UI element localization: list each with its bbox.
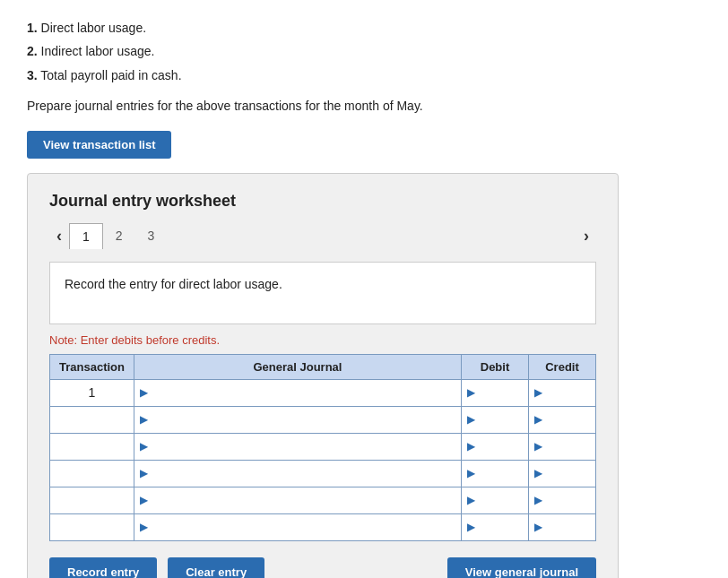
- general-journal-input[interactable]: [152, 521, 455, 534]
- general-journal-cell[interactable]: ▶: [134, 406, 461, 433]
- debit-cell[interactable]: ▶: [462, 379, 529, 406]
- credit-arrow-icon: ▶: [534, 467, 542, 479]
- debit-arrow-icon: ▶: [467, 440, 475, 453]
- col-header-transaction: Transaction: [50, 354, 134, 379]
- table-header-row: Transaction General Journal Debit Credit: [50, 354, 596, 379]
- table-row: ▶▶▶: [50, 487, 596, 513]
- table-row: ▶▶▶: [50, 513, 596, 540]
- credit-cell[interactable]: ▶: [529, 460, 596, 487]
- general-journal-input[interactable]: [152, 440, 455, 453]
- general-journal-cell[interactable]: ▶: [134, 433, 461, 460]
- credit-cell[interactable]: ▶: [529, 513, 596, 540]
- view-general-journal-button[interactable]: View general journal: [447, 557, 596, 578]
- debit-cell[interactable]: ▶: [462, 513, 529, 540]
- instruction-text: Record the entry for direct labor usage.: [65, 277, 282, 291]
- general-journal-input[interactable]: [152, 386, 455, 400]
- debit-input[interactable]: [479, 440, 523, 453]
- credit-arrow-icon: ▶: [534, 494, 542, 506]
- row-arrow-icon: ▶: [140, 494, 148, 506]
- general-journal-input[interactable]: [152, 467, 455, 480]
- instruction-box: Record the entry for direct labor usage.: [49, 262, 596, 324]
- transaction-cell: [50, 406, 134, 433]
- row-arrow-icon: ▶: [140, 467, 148, 479]
- credit-input[interactable]: [546, 521, 590, 534]
- note-text: Note: Enter debits before credits.: [49, 333, 596, 347]
- debit-cell[interactable]: ▶: [462, 406, 529, 433]
- table-row: 1▶▶▶: [50, 379, 596, 406]
- action-buttons-row: Record entry Clear entry View general jo…: [49, 557, 596, 578]
- credit-cell[interactable]: ▶: [529, 487, 596, 513]
- col-header-debit: Debit: [462, 354, 529, 379]
- intro-list: 1. Direct labor usage. 2. Indirect labor…: [27, 18, 701, 85]
- credit-cell[interactable]: ▶: [529, 406, 596, 433]
- debit-input[interactable]: [479, 494, 523, 507]
- transaction-cell: 1: [50, 379, 134, 406]
- credit-input[interactable]: [546, 440, 590, 453]
- intro-item-2: 2. Indirect labor usage.: [27, 41, 701, 61]
- credit-cell[interactable]: ▶: [529, 379, 596, 406]
- credit-input[interactable]: [546, 467, 590, 480]
- journal-table: Transaction General Journal Debit Credit…: [49, 354, 596, 541]
- general-journal-cell[interactable]: ▶: [134, 460, 461, 487]
- worksheet-title: Journal entry worksheet: [49, 192, 596, 211]
- row-arrow-icon: ▶: [140, 440, 148, 453]
- intro-section: 1. Direct labor usage. 2. Indirect labor…: [27, 18, 701, 116]
- col-header-general-journal: General Journal: [134, 354, 461, 379]
- credit-arrow-icon: ▶: [534, 521, 542, 533]
- tab-navigation: ‹ 1 2 3 ›: [49, 223, 596, 249]
- credit-arrow-icon: ▶: [534, 386, 542, 399]
- general-journal-input[interactable]: [152, 494, 455, 507]
- debit-arrow-icon: ▶: [467, 494, 475, 506]
- worksheet-container: Journal entry worksheet ‹ 1 2 3 › Record…: [27, 173, 619, 578]
- col-header-credit: Credit: [529, 354, 596, 379]
- debit-input[interactable]: [479, 467, 523, 480]
- prev-tab-button[interactable]: ‹: [49, 223, 69, 249]
- debit-input[interactable]: [479, 413, 523, 427]
- general-journal-cell[interactable]: ▶: [134, 513, 461, 540]
- credit-input[interactable]: [546, 386, 590, 400]
- table-row: ▶▶▶: [50, 406, 596, 433]
- row-arrow-icon: ▶: [140, 413, 148, 426]
- general-journal-input[interactable]: [152, 413, 455, 427]
- debit-arrow-icon: ▶: [467, 413, 475, 426]
- credit-input[interactable]: [546, 494, 590, 507]
- transaction-cell: [50, 513, 134, 540]
- row-arrow-icon: ▶: [140, 521, 148, 533]
- debit-cell[interactable]: ▶: [462, 487, 529, 513]
- tab-1[interactable]: 1: [69, 223, 103, 249]
- intro-item-3: 3. Total payroll paid in cash.: [27, 65, 701, 85]
- debit-input[interactable]: [479, 521, 523, 534]
- prepare-text: Prepare journal entries for the above tr…: [27, 96, 701, 116]
- next-tab-button[interactable]: ›: [576, 223, 596, 249]
- clear-entry-button[interactable]: Clear entry: [168, 557, 264, 578]
- credit-cell[interactable]: ▶: [529, 433, 596, 460]
- view-transactions-button[interactable]: View transaction list: [27, 131, 171, 159]
- transaction-cell: [50, 460, 134, 487]
- record-entry-button[interactable]: Record entry: [49, 557, 157, 578]
- debit-cell[interactable]: ▶: [462, 433, 529, 460]
- general-journal-cell[interactable]: ▶: [134, 487, 461, 513]
- table-row: ▶▶▶: [50, 433, 596, 460]
- tab-2[interactable]: 2: [103, 223, 135, 248]
- general-journal-cell[interactable]: ▶: [134, 379, 461, 406]
- debit-cell[interactable]: ▶: [462, 460, 529, 487]
- credit-input[interactable]: [546, 413, 590, 427]
- credit-arrow-icon: ▶: [534, 440, 542, 453]
- tab-3[interactable]: 3: [135, 223, 168, 248]
- debit-input[interactable]: [479, 386, 523, 400]
- row-arrow-icon: ▶: [140, 386, 148, 399]
- table-row: ▶▶▶: [50, 460, 596, 487]
- credit-arrow-icon: ▶: [534, 413, 542, 426]
- debit-arrow-icon: ▶: [467, 386, 475, 399]
- debit-arrow-icon: ▶: [467, 521, 475, 533]
- debit-arrow-icon: ▶: [467, 467, 475, 479]
- intro-item-1: 1. Direct labor usage.: [27, 18, 701, 38]
- transaction-cell: [50, 487, 134, 513]
- transaction-cell: [50, 433, 134, 460]
